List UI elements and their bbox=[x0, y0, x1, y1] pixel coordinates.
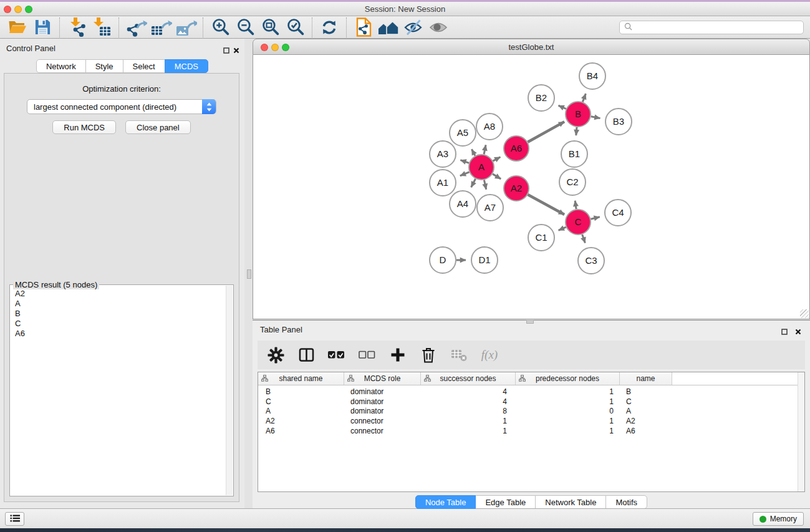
import-network-button[interactable] bbox=[64, 17, 89, 38]
graph-edge-B-B2[interactable] bbox=[559, 105, 566, 109]
cell[interactable]: connector bbox=[344, 427, 421, 435]
cell[interactable]: A6 bbox=[620, 427, 672, 435]
cell[interactable]: C bbox=[258, 397, 344, 406]
tab-style[interactable]: Style bbox=[85, 59, 123, 73]
cell[interactable]: 0 bbox=[516, 407, 620, 415]
column-header-predecessor-nodes[interactable]: predecessor nodes bbox=[516, 372, 620, 385]
graph-node-A1[interactable]: A1 bbox=[430, 170, 456, 196]
export-network-button[interactable] bbox=[123, 17, 148, 38]
graph-node-B[interactable]: B bbox=[566, 102, 591, 127]
graph-node-C4[interactable]: C4 bbox=[605, 200, 631, 226]
refresh-network-button[interactable] bbox=[317, 17, 342, 38]
add-column-button[interactable] bbox=[388, 346, 407, 364]
cell[interactable]: A2 bbox=[620, 417, 672, 425]
table-row-B[interactable]: Bdominator41B bbox=[258, 387, 804, 397]
graph-edge-B-B1[interactable] bbox=[576, 127, 577, 135]
zoom-selected-button[interactable] bbox=[282, 17, 307, 38]
cell[interactable]: A2 bbox=[258, 417, 344, 425]
graph-node-D[interactable]: D bbox=[430, 247, 456, 273]
open-session-button[interactable] bbox=[5, 17, 30, 38]
search-input[interactable] bbox=[635, 23, 799, 32]
search-box[interactable] bbox=[619, 21, 804, 34]
cell[interactable]: A bbox=[620, 407, 672, 415]
graph-node-A3[interactable]: A3 bbox=[430, 141, 456, 167]
optimization-criterion-select[interactable]: largest connected component (directed) bbox=[27, 99, 216, 114]
cell[interactable]: dominator bbox=[344, 397, 421, 406]
graph-edge-A-A4[interactable] bbox=[471, 179, 476, 188]
cell[interactable]: B bbox=[258, 387, 344, 396]
graph-edge-B-B4[interactable] bbox=[582, 94, 586, 102]
cell[interactable]: dominator bbox=[344, 407, 421, 415]
graph-node-C1[interactable]: C1 bbox=[528, 225, 554, 251]
cell[interactable]: 4 bbox=[421, 387, 516, 396]
graph-node-A2[interactable]: A2 bbox=[504, 176, 529, 201]
column-header-shared-name[interactable]: shared name bbox=[258, 372, 344, 385]
result-scrollbar[interactable] bbox=[226, 286, 233, 495]
graph-edge-A-A2[interactable] bbox=[493, 174, 501, 179]
share-document-button[interactable] bbox=[351, 17, 376, 38]
export-image-button[interactable] bbox=[173, 17, 198, 38]
cell[interactable]: dominator bbox=[344, 387, 421, 396]
cell[interactable]: 1 bbox=[421, 427, 516, 435]
graph-node-B4[interactable]: B4 bbox=[579, 63, 605, 89]
toggle-columns-button[interactable] bbox=[297, 346, 316, 364]
mcds-result-item[interactable]: B bbox=[15, 309, 224, 319]
tab-edge-table[interactable]: Edge Table bbox=[475, 495, 536, 509]
export-table-button[interactable] bbox=[148, 17, 173, 38]
select-all-columns-button[interactable] bbox=[327, 346, 346, 364]
graph-edge-B-B3[interactable] bbox=[591, 117, 600, 118]
mcds-result-item[interactable]: A2 bbox=[15, 289, 224, 299]
table-settings-button[interactable] bbox=[266, 346, 285, 364]
zoom-out-button[interactable] bbox=[233, 17, 258, 38]
cell[interactable]: 1 bbox=[516, 397, 620, 406]
graph-node-A7[interactable]: A7 bbox=[477, 195, 503, 221]
tab-motifs[interactable]: Motifs bbox=[605, 495, 647, 509]
graph-edge-A-A6[interactable] bbox=[493, 157, 501, 161]
tab-select[interactable]: Select bbox=[123, 59, 165, 73]
graph-node-B3[interactable]: B3 bbox=[605, 109, 632, 135]
tab-mcds[interactable]: MCDS bbox=[165, 59, 208, 73]
graph-node-A4[interactable]: A4 bbox=[450, 191, 476, 217]
graph-node-C3[interactable]: C3 bbox=[578, 248, 604, 274]
graph-node-C[interactable]: C bbox=[566, 210, 591, 235]
graph-node-D1[interactable]: D1 bbox=[471, 247, 498, 273]
tab-network[interactable]: Network bbox=[36, 59, 86, 73]
column-header-successor-nodes[interactable]: successor nodes bbox=[421, 372, 516, 385]
save-session-button[interactable] bbox=[30, 17, 55, 38]
graph-edge-C-C4[interactable] bbox=[591, 217, 599, 219]
memory-button[interactable]: Memory bbox=[753, 512, 804, 526]
cell[interactable]: connector bbox=[344, 417, 421, 425]
table-row-C[interactable]: Cdominator41C bbox=[258, 397, 804, 407]
cell[interactable]: 1 bbox=[516, 417, 620, 425]
cell[interactable]: 1 bbox=[421, 417, 516, 425]
delete-column-button[interactable] bbox=[419, 346, 438, 364]
vertical-splitter-handle[interactable] bbox=[247, 269, 251, 279]
column-header-MCDS-role[interactable]: MCDS role bbox=[344, 372, 421, 385]
graph-node-B1[interactable]: B1 bbox=[561, 141, 587, 167]
zoom-fit-button[interactable] bbox=[258, 17, 282, 38]
graph-node-C2[interactable]: C2 bbox=[559, 169, 586, 195]
horizontal-splitter-handle[interactable] bbox=[526, 320, 534, 324]
graph-node-A5[interactable]: A5 bbox=[450, 120, 476, 146]
cell[interactable]: A bbox=[258, 407, 344, 415]
show-tasks-button[interactable] bbox=[5, 512, 24, 526]
cell[interactable]: A6 bbox=[258, 427, 344, 435]
run-mcds-button[interactable]: Run MCDS bbox=[52, 120, 116, 134]
resize-grip[interactable] bbox=[800, 309, 809, 318]
cell[interactable]: C bbox=[620, 397, 672, 406]
cell[interactable]: 4 bbox=[421, 397, 516, 406]
zoom-in-button[interactable] bbox=[208, 17, 233, 38]
graph-edge-C-C2[interactable] bbox=[575, 201, 576, 210]
mcds-result-item[interactable]: A6 bbox=[15, 329, 224, 339]
cell[interactable]: 1 bbox=[516, 387, 620, 396]
table-row-A2[interactable]: A2connector11A2 bbox=[258, 416, 804, 426]
show-graphics-details-button[interactable] bbox=[426, 17, 451, 38]
graph-edge-A-A1[interactable] bbox=[460, 172, 470, 176]
graph-node-A[interactable]: A bbox=[469, 155, 494, 180]
graph-node-B2[interactable]: B2 bbox=[528, 85, 554, 111]
graph-edge-A-A7[interactable] bbox=[484, 180, 486, 190]
graph-edge-A-A8[interactable] bbox=[484, 145, 486, 154]
hide-graphics-details-button[interactable] bbox=[401, 17, 426, 38]
graph-edge-A2-C[interactable] bbox=[528, 195, 564, 215]
cell[interactable]: 8 bbox=[421, 407, 516, 415]
